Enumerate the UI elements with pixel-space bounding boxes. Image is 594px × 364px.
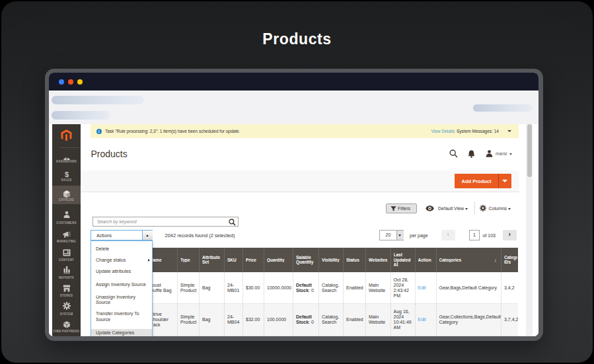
svg-text:$: $: [64, 170, 68, 178]
